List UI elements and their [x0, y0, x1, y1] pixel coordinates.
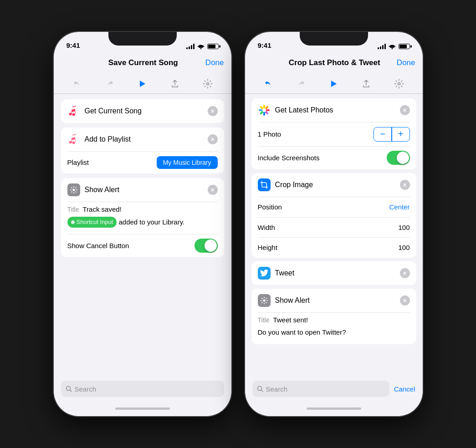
wifi-icon-2	[389, 44, 396, 49]
get-current-song-close[interactable]: ×	[208, 106, 218, 116]
settings-btn-1[interactable]	[200, 76, 216, 92]
search-cancel-btn[interactable]: Cancel	[394, 385, 415, 393]
signal-bar-3	[191, 45, 192, 49]
show-alert-1-close[interactable]: ×	[208, 185, 218, 195]
signal-bar-2-3	[382, 45, 384, 49]
music-note-icon-2	[67, 133, 80, 146]
alert-2-message-text: Do you want to open Twitter?	[258, 327, 346, 338]
stepper-plus[interactable]: +	[392, 127, 409, 141]
signal-bar-2-1	[378, 47, 379, 49]
tweet-card: Tweet ×	[251, 261, 416, 285]
signal-bars-2	[378, 44, 386, 49]
svg-rect-11	[259, 109, 263, 111]
tweet-close[interactable]: ×	[400, 268, 410, 278]
search-placeholder-2: Search	[266, 385, 288, 393]
share-icon-2	[362, 79, 371, 88]
photos-icon-1	[258, 104, 271, 117]
play-btn-1[interactable]	[134, 76, 150, 92]
show-alert-1-header: Show Alert ×	[61, 178, 224, 202]
search-placeholder-1: Search	[75, 385, 97, 393]
get-latest-photos-title: Get Latest Photos	[275, 106, 395, 114]
show-alert-2-close[interactable]: ×	[400, 295, 410, 305]
add-to-playlist-title: Add to Playlist	[85, 135, 203, 143]
nav-done-btn-1[interactable]: Done	[205, 58, 224, 67]
undo-btn-1[interactable]	[69, 76, 85, 92]
svg-rect-5	[263, 105, 265, 109]
photo-stepper[interactable]: − +	[374, 127, 410, 142]
undo-icon-2	[264, 79, 273, 88]
alert-1-message-post: added to your Library.	[118, 217, 184, 228]
phone-1-screen: 9:41	[54, 32, 231, 416]
svg-rect-7	[266, 109, 270, 111]
photo-count-row: 1 Photo − +	[251, 122, 416, 146]
height-label: Height	[258, 244, 277, 251]
play-btn-2[interactable]	[325, 76, 342, 92]
shortcut-dot	[71, 220, 75, 224]
signal-bar-2-4	[384, 44, 386, 49]
signal-bar-2-2	[380, 46, 381, 49]
scroll-content-1: Get Current Song × Add to Playlist	[54, 94, 231, 377]
add-to-playlist-close[interactable]: ×	[208, 134, 218, 144]
toggle-knob-2	[397, 152, 409, 164]
nav-done-btn-2[interactable]: Done	[397, 58, 415, 67]
phone-2-screen: 9:41	[245, 32, 423, 416]
show-cancel-toggle[interactable]	[194, 239, 218, 253]
stepper-minus[interactable]: −	[374, 127, 391, 141]
svg-rect-9	[263, 112, 265, 116]
phone-2: 9:41	[245, 32, 423, 416]
get-latest-photos-close[interactable]: ×	[400, 105, 410, 115]
shortcut-input-badge[interactable]: Shortcut Input	[67, 217, 117, 228]
crop-svg	[260, 181, 268, 189]
svg-point-13	[262, 108, 266, 112]
redo-btn-2[interactable]	[293, 76, 309, 92]
position-value[interactable]: Center	[389, 203, 409, 211]
redo-btn-1[interactable]	[102, 76, 118, 92]
toolbar-2	[245, 74, 423, 94]
scroll-content-2: Get Latest Photos × 1 Photo − +	[245, 94, 423, 377]
my-music-library-btn[interactable]: My Music Library	[157, 156, 218, 169]
nav-bar-2: Crop Last Photo & Tweet Done	[245, 52, 423, 74]
nav-bar-1: Save Current Song Done	[54, 52, 231, 74]
signal-bar-1	[186, 47, 188, 49]
play-icon-1	[138, 80, 146, 88]
toolbar-1	[54, 74, 231, 94]
get-latest-photos-header: Get Latest Photos ×	[251, 98, 416, 122]
position-row: Position Center	[251, 197, 416, 217]
search-container-1: Search	[54, 377, 231, 401]
phone-1: 9:41	[54, 32, 231, 416]
alert-1-message: Shortcut Input added to your Library.	[67, 217, 218, 228]
search-bar-1[interactable]: Search	[61, 381, 224, 397]
settings-btn-2[interactable]	[391, 76, 407, 92]
get-current-song-header: Get Current Song ×	[61, 99, 224, 123]
width-label: Width	[258, 224, 275, 231]
photos-svg	[258, 104, 271, 117]
wifi-icon-1	[197, 44, 205, 49]
nav-title-2: Crop Last Photo & Tweet	[289, 58, 380, 67]
alert-1-title-row: Title Track saved!	[67, 205, 218, 213]
status-time-2: 9:41	[258, 41, 271, 49]
search-bar-2[interactable]: Search	[252, 381, 389, 397]
playlist-label: Playlist	[67, 158, 89, 166]
share-btn-1[interactable]	[167, 76, 183, 92]
home-bar-1	[115, 407, 170, 410]
home-indicator-1	[54, 401, 231, 416]
svg-point-14	[263, 299, 265, 301]
share-btn-2[interactable]	[358, 76, 374, 92]
notch-1	[108, 32, 177, 46]
get-latest-photos-card: Get Latest Photos × 1 Photo − +	[251, 98, 416, 169]
alert-2-title-row: Title Tweet sent!	[258, 316, 410, 324]
svg-point-1	[72, 188, 75, 191]
battery-icon-1	[207, 44, 219, 49]
search-container-2: Search Cancel	[245, 377, 423, 401]
crop-image-close[interactable]: ×	[400, 180, 410, 190]
home-indicator-2	[245, 401, 423, 416]
cancel-button-row: Show Cancel Button	[61, 234, 224, 257]
search-row-2: Search Cancel	[252, 381, 415, 397]
screenshots-toggle[interactable]	[387, 151, 410, 165]
undo-btn-2[interactable]	[260, 76, 276, 92]
add-to-playlist-header: Add to Playlist ×	[61, 127, 224, 151]
nav-title-1: Save Current Song	[108, 58, 178, 67]
status-icons-1	[186, 44, 219, 49]
tweet-title: Tweet	[275, 269, 395, 277]
signal-bar-2	[189, 46, 190, 49]
